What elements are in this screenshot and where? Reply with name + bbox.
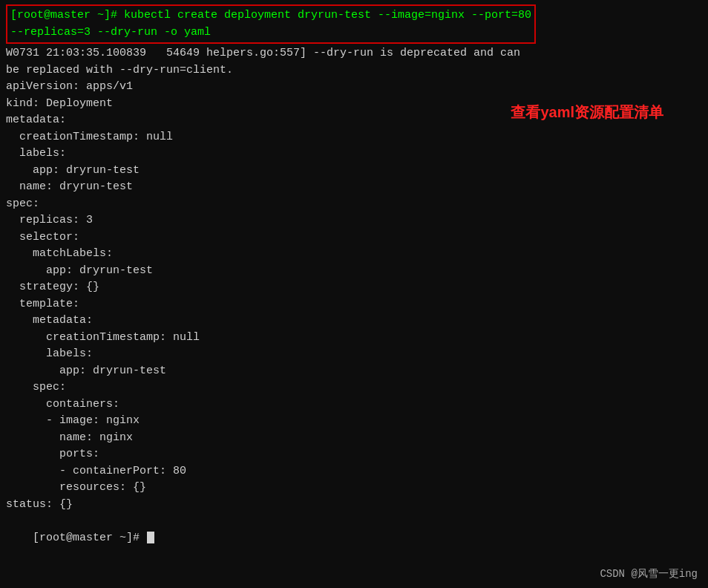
- yaml-line: template:: [6, 296, 702, 313]
- yaml-line: apiVersion: apps/v1: [6, 79, 702, 96]
- yaml-line: app: dryrun-test: [6, 263, 702, 280]
- command-text: [root@master ~]# kubectl create deployme…: [10, 9, 531, 39]
- yaml-line: creationTimestamp: null: [6, 129, 702, 146]
- yaml-line: resources: {}: [6, 480, 702, 497]
- yaml-line: app: dryrun-test: [6, 163, 702, 180]
- yaml-line: - image: nginx: [6, 413, 702, 430]
- watermark: CSDN @风雪一更ing: [600, 567, 698, 581]
- yaml-line: name: dryrun-test: [6, 179, 702, 196]
- yaml-line: selector:: [6, 229, 702, 246]
- yaml-line: creationTimestamp: null: [6, 330, 702, 347]
- yaml-output: apiVersion: apps/v1kind: Deploymentmetad…: [6, 79, 702, 513]
- yaml-line: - containerPort: 80: [6, 463, 702, 480]
- warning-line-1: W0731 21:03:35.100839 54649 helpers.go:5…: [6, 45, 702, 62]
- command-block: [root@master ~]# kubectl create deployme…: [6, 4, 536, 44]
- warning-line-2: be replaced with --dry-run=client.: [6, 62, 702, 79]
- yaml-line: spec:: [6, 196, 702, 213]
- yaml-line: ports:: [6, 446, 702, 463]
- terminal-window: [root@master ~]# kubectl create deployme…: [0, 0, 708, 588]
- final-prompt: [root@master ~]#: [6, 513, 702, 564]
- cursor-block: [147, 532, 154, 543]
- yaml-line: app: dryrun-test: [6, 363, 702, 380]
- yaml-line: labels:: [6, 346, 702, 363]
- yaml-line: status: {}: [6, 497, 702, 514]
- yaml-line: strategy: {}: [6, 279, 702, 296]
- yaml-line: name: nginx: [6, 430, 702, 447]
- annotation-text: 查看yaml资源配置清单: [511, 102, 663, 122]
- yaml-line: labels:: [6, 146, 702, 163]
- yaml-line: matchLabels:: [6, 246, 702, 263]
- yaml-line: replicas: 3: [6, 212, 702, 229]
- yaml-line: spec:: [6, 379, 702, 396]
- yaml-line: containers:: [6, 396, 702, 414]
- yaml-line: metadata:: [6, 313, 702, 330]
